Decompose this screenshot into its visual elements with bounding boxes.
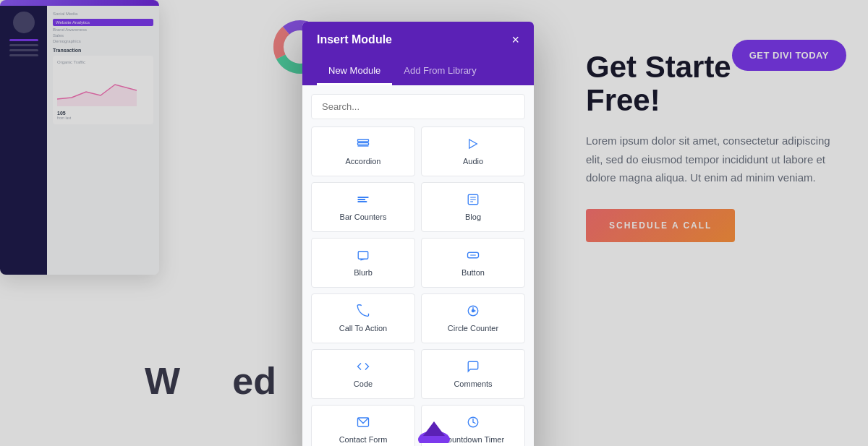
tab-new-module[interactable]: New Module xyxy=(317,58,392,85)
button-label: Button xyxy=(461,268,485,277)
modal-title: Insert Module xyxy=(317,33,392,46)
bar-counters-icon xyxy=(357,193,370,208)
comments-icon xyxy=(467,360,480,375)
divi-logo-svg xyxy=(416,418,452,443)
module-item-code[interactable]: Code xyxy=(311,349,415,399)
bar-counters-label: Bar Counters xyxy=(340,213,387,221)
module-item-button[interactable]: Button xyxy=(421,238,525,288)
module-item-contact-form[interactable]: Contact Form xyxy=(311,405,415,446)
tab-new-module-label: New Module xyxy=(328,65,380,76)
modules-grid: Accordion Audio Bar Counters xyxy=(311,126,525,446)
audio-icon xyxy=(467,137,480,153)
blurb-icon xyxy=(357,249,370,264)
accordion-icon xyxy=(357,137,370,153)
divi-logo-bottom xyxy=(416,418,452,446)
circle-counter-icon xyxy=(467,304,480,320)
contact-form-label: Contact Form xyxy=(339,435,388,444)
search-input[interactable] xyxy=(311,94,525,119)
contact-form-icon xyxy=(357,416,370,431)
module-item-blog[interactable]: Blog xyxy=(421,182,525,232)
module-item-circle-counter[interactable]: Circle Counter xyxy=(421,293,525,343)
modal-close-button[interactable]: × xyxy=(511,33,519,46)
module-item-blurb[interactable]: Blurb xyxy=(311,238,415,288)
comments-label: Comments xyxy=(454,379,492,388)
countdown-timer-icon xyxy=(467,416,480,431)
svg-rect-8 xyxy=(358,143,369,145)
blog-icon xyxy=(467,193,480,208)
code-label: Code xyxy=(354,379,373,388)
svg-marker-10 xyxy=(469,140,477,148)
svg-rect-7 xyxy=(358,140,369,142)
circle-counter-label: Circle Counter xyxy=(448,324,498,333)
svg-marker-6 xyxy=(423,421,445,436)
insert-module-modal: Insert Module × New Module Add From Libr… xyxy=(302,22,534,446)
call-to-action-label: Call To Action xyxy=(339,324,387,333)
blog-label: Blog xyxy=(465,213,481,221)
call-to-action-icon xyxy=(357,304,370,320)
audio-label: Audio xyxy=(463,157,483,166)
svg-rect-18 xyxy=(358,252,368,260)
module-item-call-to-action[interactable]: Call To Action xyxy=(311,293,415,343)
modal-header: Insert Module × xyxy=(302,22,534,58)
tab-add-from-library-label: Add From Library xyxy=(404,65,476,76)
blurb-label: Blurb xyxy=(354,268,373,277)
modal-tabs-container: New Module Add From Library xyxy=(302,58,534,85)
module-item-accordion[interactable]: Accordion xyxy=(311,126,415,176)
code-icon xyxy=(357,360,370,375)
module-item-bar-counters[interactable]: Bar Counters xyxy=(311,182,415,232)
module-item-comments[interactable]: Comments xyxy=(421,349,525,399)
module-item-audio[interactable]: Audio xyxy=(421,126,525,176)
button-icon xyxy=(467,249,480,264)
modal-body: Accordion Audio Bar Counters xyxy=(302,85,534,446)
tab-add-from-library[interactable]: Add From Library xyxy=(392,58,488,85)
accordion-label: Accordion xyxy=(346,157,381,166)
svg-point-22 xyxy=(472,310,475,312)
